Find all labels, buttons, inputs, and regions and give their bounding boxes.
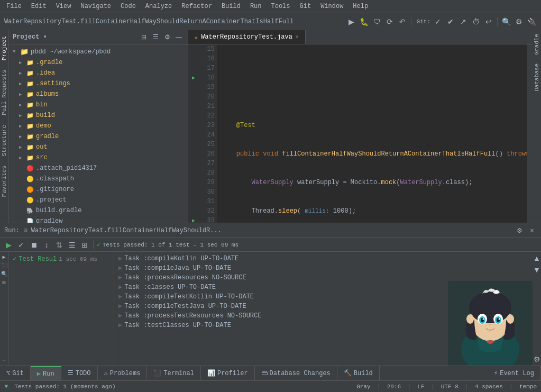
tree-item-albums[interactable]: ▶ 📁 albums — [8, 89, 188, 99]
menu-refactor[interactable]: Refactor — [177, 2, 216, 11]
menu-help[interactable]: Help — [349, 2, 372, 11]
console-text-7: Task :processTestResources NO-SOURCE — [124, 311, 261, 321]
tree-item-classpath[interactable]: ▶ 🟡 .classpath — [8, 174, 188, 184]
tree-item-project[interactable]: ▶ 🟡 .project — [8, 195, 188, 205]
run-button[interactable]: ▶ — [346, 16, 357, 27]
nav-tab-git[interactable]: ⌥ Git — [0, 366, 31, 381]
todo-nav-label: TODO — [76, 370, 91, 377]
right-tab-database[interactable]: Database — [533, 59, 541, 96]
project-close-button[interactable]: — — [174, 32, 184, 42]
run-sort2-btn[interactable]: ⇅ — [54, 240, 65, 250]
editor-scrollbar[interactable] — [527, 44, 533, 223]
tree-item-idea[interactable]: ▶ 📁 .idea — [8, 68, 188, 78]
tree-item-gradlew[interactable]: ▶ 📄 gradlew — [8, 216, 188, 223]
tree-item-settings[interactable]: ▶ 📁 .settings — [8, 78, 188, 89]
run-settings-btn[interactable]: ⚙ — [515, 226, 524, 235]
menu-view[interactable]: View — [52, 2, 76, 11]
run-play-btn[interactable]: ▶ — [3, 240, 14, 250]
menu-git[interactable]: Git — [296, 2, 316, 11]
item-label: .attach_pid14317 — [36, 165, 97, 172]
console-arrow: ▶ — [118, 321, 122, 330]
git-check-button[interactable]: ✓ — [433, 16, 443, 27]
collapse-all-button[interactable]: ⊟ — [139, 32, 149, 42]
git-tick-button[interactable]: ✔ — [445, 16, 456, 27]
git-arrow-button[interactable]: ↗ — [458, 16, 469, 27]
run-sort1-btn[interactable]: ↕ — [41, 240, 52, 250]
menu-run[interactable]: Run — [246, 2, 266, 11]
tree-item-build[interactable]: ▶ 📁 build — [8, 110, 188, 121]
tree-item-demo[interactable]: ▶ 📁 demo — [8, 121, 188, 131]
annotation-test: @Test — [221, 121, 255, 130]
run-filter-btn[interactable]: ⊞ — [79, 240, 90, 250]
menu-file[interactable]: File — [2, 2, 26, 11]
run-stop-btn[interactable]: ⏹ — [29, 240, 39, 250]
menu-edit[interactable]: Edit — [27, 2, 51, 11]
menu-build[interactable]: Build — [217, 2, 245, 11]
filter-icon[interactable]: 🔍 — [1, 271, 7, 277]
plugin-button[interactable]: 🔌 — [526, 16, 537, 27]
debug-button[interactable]: 🐛 — [359, 16, 370, 27]
menu-tools[interactable]: Tools — [267, 2, 295, 11]
code-line-19: WaterSupply waterSupply = Mockito.mock(W… — [221, 178, 523, 187]
test-result-item[interactable]: ✓ Test Resul 1 sec 69 ms — [11, 254, 112, 264]
code-line-18: public void fillContainerHalfWayShouldRe… — [221, 149, 523, 159]
right-tab-gradle[interactable]: Gradle — [533, 30, 541, 59]
folder-icon: 📁 — [26, 123, 34, 130]
item-label: bin — [36, 101, 48, 108]
folder-icon: 📁 — [26, 112, 34, 119]
tab-pull-requests[interactable]: Pull Requests — [0, 66, 8, 120]
scroll-up-btn[interactable]: ▲ — [531, 253, 541, 263]
scroll-settings-btn[interactable]: ⚙ — [531, 354, 541, 364]
tree-item-gradle[interactable]: ▶ 📁 .gradle — [8, 57, 188, 68]
test-tree-panel: ✓ Test Resul 1 sec 69 ms — [8, 252, 114, 366]
nav-tab-db-changes[interactable]: 🗃 Database Changes — [255, 366, 337, 381]
tab-structure[interactable]: Structure — [0, 121, 8, 160]
coverage-button[interactable]: 🛡 — [372, 16, 382, 27]
nav-tab-build[interactable]: 🔨 Build — [337, 366, 380, 381]
nav-tab-problems[interactable]: ⚠ Problems — [98, 366, 148, 381]
nav-tab-profiler[interactable]: 📊 Profiler — [201, 366, 255, 381]
menu-navigate[interactable]: Navigate — [76, 2, 115, 11]
console-output[interactable]: ▶ Task :compileKotlin UP-TO-DATE ▶ Task … — [114, 252, 533, 366]
run-group-btn[interactable]: ☰ — [67, 240, 77, 250]
menu-analyze[interactable]: Analyze — [141, 2, 176, 11]
tab-project[interactable]: Project — [0, 32, 8, 65]
project-settings-button[interactable]: ☰ — [151, 32, 160, 42]
tree-root[interactable]: ▼ 📁 pbdd ~/workspace/pbdd — [8, 47, 188, 57]
nav-tab-eventlog[interactable]: ⚡ Event Log — [488, 366, 541, 381]
tab-favorites[interactable]: Favorites — [0, 161, 8, 201]
profile-button[interactable]: ⟳ — [384, 16, 395, 27]
search-button[interactable]: 🔍 — [501, 16, 511, 27]
run-rerun-btn[interactable]: ✓ — [16, 240, 26, 250]
tree-item-buildgradle[interactable]: ▶ 🐘 build.gradle — [8, 205, 188, 216]
java-file-icon: ☕ — [195, 34, 198, 40]
scroll-down-btn[interactable]: ▼ — [531, 265, 541, 275]
settings-button[interactable]: ⚙ — [514, 16, 524, 27]
menu-window[interactable]: Window — [316, 2, 347, 11]
tab-close-button[interactable]: × — [296, 34, 299, 40]
tree-item-src[interactable]: ▶ 📁 src — [8, 152, 188, 163]
nav-tab-todo[interactable]: ☰ TODO — [61, 366, 98, 381]
project-gear-button[interactable]: ⚙ — [162, 32, 172, 42]
more-icon[interactable]: ⋯ — [2, 357, 5, 363]
nav-tab-run[interactable]: ▶ Run — [31, 366, 61, 381]
file-icon: 🟡 — [26, 176, 34, 183]
expand-icon[interactable]: ▶ — [2, 254, 5, 260]
run-gutter-17[interactable]: ▶ — [188, 75, 199, 81]
nav-tab-terminal[interactable]: ⬛ Terminal — [147, 366, 201, 381]
tree-item-bin[interactable]: ▶ 📁 bin — [8, 99, 188, 110]
collapse-icon[interactable]: ⬛ — [1, 262, 7, 269]
tree-item-gitignore[interactable]: ▶ 🟠 .gitignore — [8, 184, 188, 195]
editor-tab-waterrepotest[interactable]: ☕ WaterRepositoryTest.java × — [188, 30, 306, 44]
tree-item-attach[interactable]: ▶ 🔴 .attach_pid14317 — [8, 163, 188, 174]
git-undo-button[interactable]: ↩ — [483, 16, 494, 27]
tree-item-gradle2[interactable]: ▶ 📁 gradle — [8, 131, 188, 142]
run-close-btn[interactable]: × — [527, 226, 537, 235]
diff-icon[interactable]: ⊞ — [2, 279, 5, 286]
back-button[interactable]: ↶ — [397, 16, 408, 27]
git-history-button[interactable]: ⏱ — [471, 16, 481, 27]
code-content[interactable]: @Test public void fillContainerHalfWaySh… — [217, 44, 527, 223]
run-gutter-32[interactable]: ▶ — [188, 217, 199, 223]
tree-item-out[interactable]: ▶ 📁 out — [8, 142, 188, 152]
menu-code[interactable]: Code — [116, 2, 140, 11]
